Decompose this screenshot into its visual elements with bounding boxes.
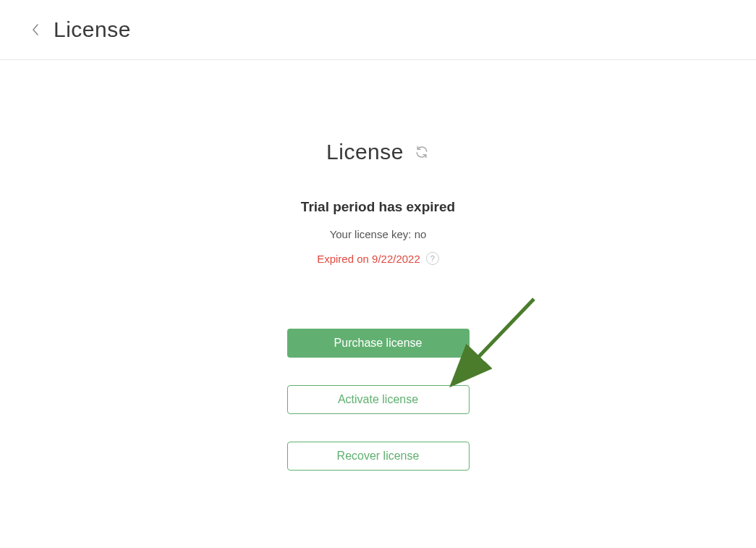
purchase-license-button[interactable]: Purchase license <box>287 329 470 358</box>
section-title: License <box>326 140 404 164</box>
help-icon[interactable]: ? <box>426 252 439 265</box>
back-icon[interactable] <box>29 23 42 36</box>
status-heading: Trial period has expired <box>301 199 455 215</box>
activate-license-button[interactable]: Activate license <box>287 385 470 414</box>
header-bar: License <box>0 0 756 60</box>
license-key-text: Your license key: no <box>330 228 427 240</box>
expired-text: Expired on 9/22/2022 <box>317 253 420 265</box>
page-title: License <box>54 17 131 42</box>
expired-row: Expired on 9/22/2022 ? <box>317 252 439 265</box>
button-stack: Purchase license Activate license Recove… <box>287 329 470 471</box>
content-area: License Trial period has expired Your li… <box>0 60 756 471</box>
refresh-icon[interactable] <box>414 144 430 160</box>
section-title-row: License <box>326 140 430 164</box>
recover-license-button[interactable]: Recover license <box>287 442 470 471</box>
